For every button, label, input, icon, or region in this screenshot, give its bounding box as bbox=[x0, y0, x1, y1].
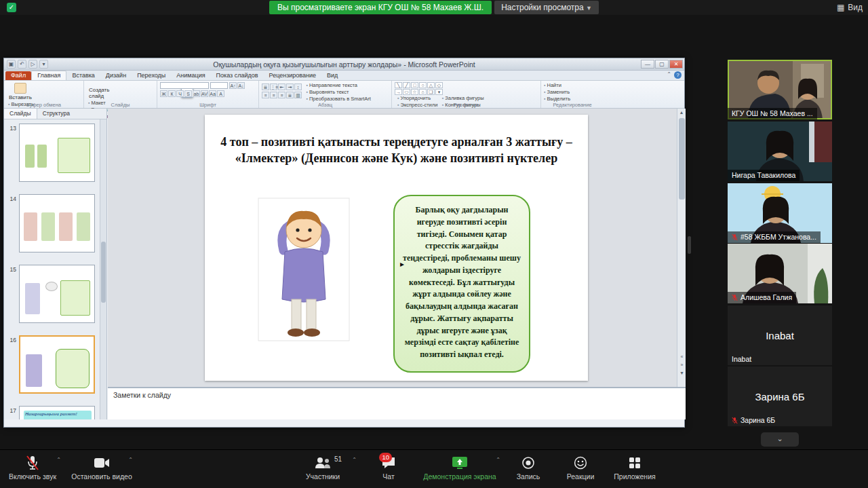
find-button[interactable]: Найти bbox=[544, 82, 570, 88]
paste-icon bbox=[14, 83, 26, 94]
ribbon: Вставить Вырезать Копировать Формат по о… bbox=[4, 81, 684, 109]
powerpoint-title-bar: ▣↶▷▾ Оқушылардың оқуға қызығушылығын арт… bbox=[4, 58, 684, 71]
collapse-videos-button[interactable]: ⌄ bbox=[761, 432, 799, 447]
muted-mic-icon bbox=[732, 233, 738, 241]
smartart-button[interactable]: Преобразовать в SmartArt bbox=[306, 96, 370, 102]
participant-name: Inabat bbox=[728, 354, 755, 365]
slide-thumbnail-14[interactable]: 14 bbox=[7, 194, 99, 259]
view-settings-button[interactable]: Настройки просмотра ▼ bbox=[494, 1, 599, 14]
smiley-icon bbox=[574, 456, 587, 470]
arrange-button[interactable]: Упорядочить bbox=[397, 95, 437, 101]
close-button[interactable]: ✕ bbox=[669, 60, 683, 69]
share-screen-icon bbox=[452, 456, 468, 470]
chat-button[interactable]: 10 Чат bbox=[362, 454, 415, 485]
scroll-down-icon[interactable]: ▼ bbox=[677, 369, 686, 377]
participant-name: Алишева Галия bbox=[728, 292, 796, 303]
chevron-up-icon[interactable]: ⌃ bbox=[56, 457, 61, 463]
view-mode-button[interactable]: ▦ Вид bbox=[837, 1, 863, 14]
slide-thumbnail-17[interactable]: 17 Назарларыңызға рахмет! bbox=[7, 406, 99, 419]
slide-thumbnail-15[interactable]: 15 bbox=[7, 265, 99, 330]
tab-slides[interactable]: Слайды bbox=[4, 109, 37, 119]
slides-panel-scrollbar[interactable] bbox=[100, 119, 106, 419]
panel-splitter-handle[interactable] bbox=[688, 236, 691, 254]
shrink-font-icon[interactable]: A↓ bbox=[237, 82, 245, 89]
unmute-button[interactable]: Включить звук ⌃ bbox=[0, 454, 65, 485]
participant-display-name: Inabat bbox=[728, 330, 832, 341]
participant-tile[interactable]: Зарина 6Б Зарина 6Б bbox=[728, 367, 832, 426]
meeting-top-bar: ✓ Вы просматриваете экран КГУ ОШ № 58 Ма… bbox=[0, 0, 868, 15]
muted-mic-icon bbox=[732, 417, 738, 424]
slide-thumbnail-13[interactable]: 13 bbox=[7, 124, 99, 189]
ribbon-group-drawing: ╲╱□○△◇→⬭☆⌂❏▾ Упорядочить Экспресс-стили … bbox=[392, 81, 541, 108]
tab-file[interactable]: Файл bbox=[5, 71, 31, 80]
participant-tile[interactable]: #58 ЖББМ Утжанова... bbox=[728, 183, 832, 243]
paste-button[interactable]: Вставить bbox=[7, 82, 34, 101]
apps-button[interactable]: Приложения bbox=[606, 454, 663, 485]
participant-name: Зарина 6Б bbox=[728, 415, 779, 426]
tab-outline[interactable]: Структура bbox=[37, 109, 75, 119]
chevron-up-icon[interactable]: ⌃ bbox=[128, 457, 133, 463]
participants-button[interactable]: 51 Участники ⌃ bbox=[285, 454, 361, 485]
participant-tile-host[interactable]: КГУ ОШ № 58 Махаев ... bbox=[728, 60, 832, 119]
ribbon-group-font: A↑A↓ ЖКЧSabAVAaA Шрифт bbox=[157, 81, 259, 108]
ribbon-group-clipboard: Вставить Вырезать Копировать Формат по о… bbox=[4, 81, 84, 108]
select-button[interactable]: Выделить bbox=[544, 96, 570, 102]
participant-tile[interactable]: Нигара Тавакилова bbox=[728, 121, 832, 181]
tab-review[interactable]: Рецензирование bbox=[264, 71, 322, 80]
align-text-button[interactable]: Выровнять текст bbox=[306, 89, 370, 95]
meeting-toolbar: Включить звук ⌃ Остановить видео ⌃ bbox=[0, 449, 868, 488]
slide-thumbnail-16[interactable]: 16 bbox=[7, 335, 99, 400]
minimize-button[interactable]: — bbox=[641, 60, 654, 69]
chevron-down-icon: ⌄ bbox=[776, 434, 783, 443]
minimize-ribbon-icon[interactable]: ⌃ bbox=[667, 71, 671, 79]
muted-mic-icon bbox=[25, 455, 40, 471]
text-direction-button[interactable]: Направление текста bbox=[306, 82, 370, 88]
tab-slideshow[interactable]: Показ слайдов bbox=[211, 71, 264, 80]
next-slide-icon[interactable]: » bbox=[677, 361, 686, 369]
slides-panel: Слайды Структура 13 14 bbox=[4, 109, 107, 419]
shapes-gallery[interactable]: ╲╱□○△◇→⬭☆⌂❏▾ bbox=[395, 82, 538, 95]
ribbon-group-slides: Создать слайд Макет Восстановить Раздел … bbox=[84, 81, 157, 108]
slide-scrollbar[interactable]: ▲ «»▼ bbox=[677, 109, 686, 387]
font-size-box[interactable] bbox=[210, 82, 228, 89]
participants-icon bbox=[314, 456, 332, 470]
record-button[interactable]: Запись bbox=[505, 454, 552, 485]
participant-tile[interactable]: Алишева Галия bbox=[728, 244, 832, 303]
participant-display-name: Зарина 6Б bbox=[728, 391, 832, 402]
help-icon[interactable]: ? bbox=[674, 71, 682, 79]
tab-design[interactable]: Дизайн bbox=[100, 71, 132, 80]
grow-font-icon[interactable]: A↑ bbox=[229, 82, 237, 89]
participant-tile[interactable]: Inabat Inabat bbox=[728, 305, 832, 365]
scroll-up-icon[interactable]: ▲ bbox=[677, 109, 686, 117]
participant-name: КГУ ОШ № 58 Махаев ... bbox=[728, 108, 817, 119]
maximize-button[interactable]: ▢ bbox=[655, 60, 669, 69]
stop-video-button[interactable]: Остановить видео ⌃ bbox=[66, 454, 137, 485]
slide-canvas: 4 топ – позитивті қатынасты тереңдетуге … bbox=[108, 109, 686, 387]
shape-fill-button[interactable]: Заливка фигуры bbox=[442, 95, 484, 101]
tab-animations[interactable]: Анимация bbox=[171, 71, 210, 80]
font-style-buttons[interactable]: ЖКЧSabAVAaA bbox=[160, 90, 256, 97]
align-buttons[interactable]: ≡≡≡≣▥ bbox=[262, 92, 302, 98]
powerpoint-window: ▣↶▷▾ Оқушылардың оқуға қызығушылығын арт… bbox=[3, 58, 685, 428]
share-screen-button[interactable]: Демонстрация экрана ⌃ bbox=[415, 454, 505, 485]
participants-count: 51 bbox=[334, 455, 342, 463]
mouse-cursor: ▸ bbox=[400, 259, 404, 269]
reactions-button[interactable]: Реакции bbox=[555, 454, 606, 485]
chevron-up-icon[interactable]: ⌃ bbox=[496, 457, 500, 463]
tab-insert[interactable]: Вставка bbox=[66, 71, 100, 80]
replace-button[interactable]: Заменить bbox=[544, 89, 570, 95]
previous-slide-icon[interactable]: « bbox=[677, 353, 686, 361]
tab-home[interactable]: Главная bbox=[31, 71, 66, 80]
font-name-box[interactable] bbox=[160, 82, 209, 89]
tab-transitions[interactable]: Переходы bbox=[132, 71, 171, 80]
tab-view[interactable]: Вид bbox=[321, 71, 343, 80]
list-buttons[interactable]: ≣⋮≡⇤⇥↕ bbox=[262, 83, 302, 90]
zoom-meeting-window: ✓ Вы просматриваете экран КГУ ОШ № 58 Ма… bbox=[0, 0, 868, 488]
chevron-up-icon[interactable]: ⌃ bbox=[352, 457, 357, 463]
participant-name: Нигара Тавакилова bbox=[728, 170, 800, 181]
ribbon-group-paragraph: ≣⋮≡⇤⇥↕ ≡≡≡≣▥ Направление текста Выровнят… bbox=[259, 81, 392, 108]
notes-pane[interactable]: Заметки к слайду bbox=[108, 387, 686, 419]
camera-icon bbox=[94, 457, 110, 469]
current-slide[interactable]: 4 топ – позитивті қатынасты тереңдетуге … bbox=[205, 115, 588, 381]
new-slide-button[interactable]: Создать слайд bbox=[87, 86, 118, 100]
